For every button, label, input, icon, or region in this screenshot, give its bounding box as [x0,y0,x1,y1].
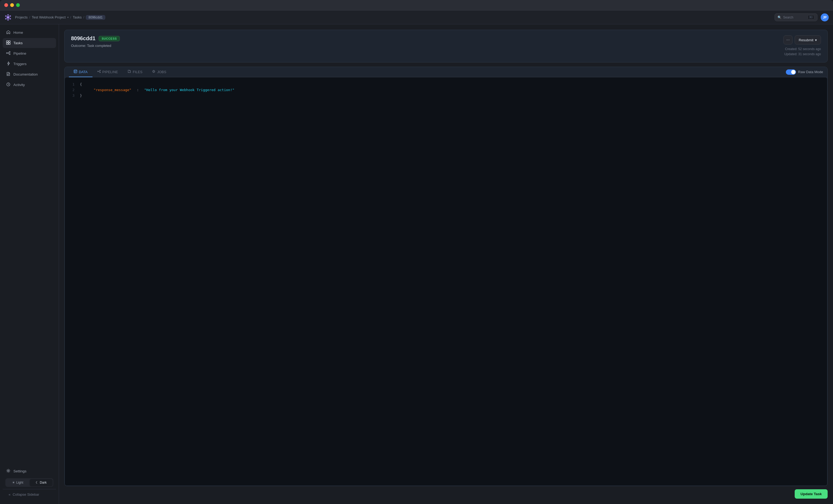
sidebar-item-documentation[interactable]: Documentation [3,69,56,79]
sidebar-item-home[interactable]: Home [3,28,56,38]
tab-jobs-label: JOBS [157,70,166,74]
line-number: 3 [69,93,74,99]
svg-point-12 [9,51,10,52]
update-task-button[interactable]: Update Task [795,489,828,499]
home-icon [6,30,11,35]
svg-point-0 [7,16,9,19]
svg-point-6 [5,15,7,17]
breadcrumb-sep-2: / [70,15,71,19]
window-chrome [0,0,833,10]
search-shortcut: ⌘/ [808,15,814,20]
code-open-brace: { [80,82,82,87]
svg-point-5 [5,18,7,20]
files-tab-icon [127,70,131,74]
sidebar-item-tasks-label: Tasks [14,41,23,45]
tab-pipeline[interactable]: PIPELINE [93,67,123,77]
sidebar-item-triggers[interactable]: Triggers [3,59,56,69]
search-box[interactable]: 🔍 Search ⌘/ [775,14,817,21]
sidebar-item-home-label: Home [14,30,23,34]
sidebar-item-settings-label: Settings [14,469,26,473]
task-card: 8096cdd1 SUCCESS Outcome: Task completed… [64,30,828,63]
tab-files-label: FILES [133,70,142,74]
breadcrumb-projects[interactable]: Projects [15,15,28,19]
tab-code-section: DATA PIPELINE [64,67,828,486]
svg-point-4 [7,19,9,21]
sidebar: Home Tasks [0,24,59,504]
task-updated: Updated: 31 seconds ago [784,52,821,57]
svg-rect-9 [6,43,8,45]
activity-icon [6,82,11,87]
sidebar-bottom: Settings ☀ Light ☾ Dark « Collapse Sideb… [0,466,59,501]
svg-point-17 [98,71,98,72]
breadcrumb-sep-3: / [84,15,85,19]
collapse-sidebar-label: Collapse Sidebar [13,493,39,497]
traffic-light-red[interactable] [4,3,8,7]
moon-icon: ☾ [35,481,39,484]
theme-dark-label: Dark [40,481,47,484]
line-number: 1 [69,82,74,87]
outcome-value: Task completed [87,44,111,48]
collapse-icon: « [8,493,10,497]
svg-rect-8 [8,41,10,42]
code-indent [80,87,88,93]
svg-point-15 [8,470,9,472]
theme-light-button[interactable]: ☀ Light [6,479,29,486]
main-layout: Home Tasks [0,24,833,504]
sidebar-item-pipeline[interactable]: Pipeline [3,48,56,58]
task-outcome: Outcome: Task completed [71,44,120,48]
tabs-left: DATA PIPELINE [69,67,171,77]
code-line-3: 3 } [69,93,823,99]
sidebar-item-settings[interactable]: Settings [3,466,56,476]
task-actions: ··· Resubmit ▾ [783,35,821,45]
tab-files[interactable]: FILES [123,67,147,77]
breadcrumb-project-name[interactable]: Test Webhook Project [32,15,66,19]
svg-point-2 [9,15,11,17]
code-key: "response_message" [94,87,131,93]
status-badge: SUCCESS [99,36,120,41]
jobs-tab-icon [152,70,156,74]
code-close-brace: } [80,93,82,99]
chevron-down-icon[interactable]: ▾ [67,16,69,19]
sidebar-item-pipeline-label: Pipeline [14,51,26,55]
code-value: "Hello from your Webhook Triggered actio… [144,87,235,93]
raw-mode-toggle: Raw Data Mode [786,69,823,75]
sidebar-item-tasks[interactable]: Tasks [3,38,56,48]
code-editor: 1 { 2 "response_message": "Hello from yo… [65,77,827,486]
breadcrumb-sep-1: / [29,15,30,19]
code-line-1: 1 { [69,82,823,87]
triggers-icon [6,62,11,67]
raw-data-mode-switch[interactable] [786,69,796,75]
tab-data[interactable]: DATA [69,67,93,77]
code-content[interactable]: 1 { 2 "response_message": "Hello from yo… [65,77,827,485]
traffic-light-green[interactable] [16,3,20,7]
task-card-left: 8096cdd1 SUCCESS Outcome: Task completed [71,35,120,48]
sidebar-item-triggers-label: Triggers [14,62,26,66]
theme-light-label: Light [16,481,23,484]
svg-point-18 [100,70,100,71]
tab-jobs[interactable]: JOBS [147,67,171,77]
tabs-bar: DATA PIPELINE [65,67,827,77]
svg-rect-7 [6,41,8,42]
theme-toggle: ☀ Light ☾ Dark [5,478,53,487]
task-created: Created: 52 seconds ago [784,47,821,52]
tasks-icon [6,41,11,46]
svg-point-3 [9,18,11,20]
outcome-label: Outcome: [71,44,86,48]
sidebar-item-activity[interactable]: Activity [3,80,56,90]
breadcrumb-tasks[interactable]: Tasks [73,15,81,19]
svg-point-1 [7,14,9,16]
svg-point-20 [153,71,154,72]
sidebar-nav: Home Tasks [0,28,59,466]
traffic-light-yellow[interactable] [10,3,14,7]
svg-rect-16 [74,70,77,73]
more-options-button[interactable]: ··· [783,35,792,45]
content-area: 8096cdd1 SUCCESS Outcome: Task completed… [59,24,833,504]
chevron-down-icon: ▾ [815,38,817,42]
topbar-right: 🔍 Search ⌘/ JP [775,14,829,21]
collapse-sidebar-button[interactable]: « Collapse Sidebar [3,489,56,499]
theme-dark-button[interactable]: ☾ Dark [30,479,53,486]
line-number: 2 [69,87,74,93]
task-card-right: ··· Resubmit ▾ Created: 52 seconds ago U… [783,35,821,57]
avatar[interactable]: JP [821,14,829,21]
resubmit-button[interactable]: Resubmit ▾ [795,35,821,45]
